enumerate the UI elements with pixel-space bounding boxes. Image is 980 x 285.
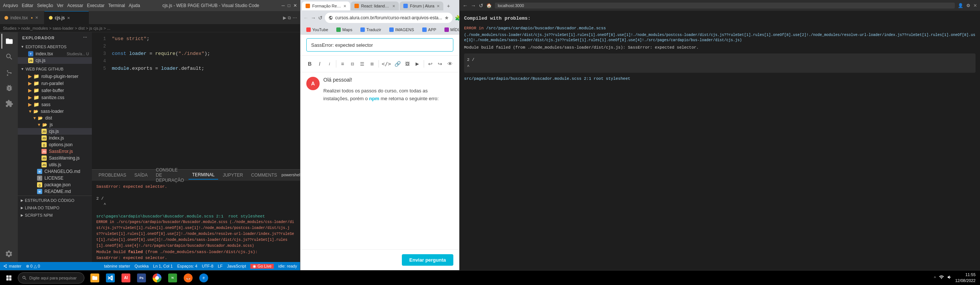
structure-section[interactable]: ▶ ESTRUTURA DO CÓDIGO <box>18 197 92 204</box>
panel-tab-jupyter[interactable]: JUPYTER <box>219 171 247 179</box>
file-license[interactable]: T LICENSE <box>18 175 92 181</box>
error-count[interactable]: ⊗ 0 △ 0 <box>26 264 40 269</box>
taskbar-app-ps[interactable]: Ps <box>134 271 149 285</box>
taskbar-app-vscode[interactable] <box>103 271 118 285</box>
file-readme[interactable]: M README.md <box>18 188 92 195</box>
browser-tab-formacao[interactable]: Formação Reac... ✕ <box>302 2 350 10</box>
folder-dist[interactable]: ▼ 📂 dist <box>18 115 92 121</box>
rp-back-btn[interactable]: ← <box>463 3 468 8</box>
tab-index-tsx[interactable]: index.tsx ● ✕ <box>0 11 45 24</box>
bookmark-imagens[interactable]: IMAGENS <box>386 27 417 33</box>
back-button[interactable]: ← <box>303 13 309 23</box>
rp-close-btn[interactable]: ✕ <box>973 3 977 8</box>
rp-forward-btn[interactable]: → <box>471 3 476 8</box>
folder-run-parallel[interactable]: ▶ 📁 run-parallel <box>18 80 92 87</box>
menu-terminal[interactable]: Terminal <box>108 3 125 8</box>
address-bar[interactable]: cursos.alura.com.br/forum/curso-react-ar… <box>325 13 453 23</box>
open-file-index-tsx[interactable]: T index.tsx Studies/a... U <box>18 50 92 57</box>
italic-button[interactable]: I <box>316 59 323 69</box>
bold-button[interactable]: B <box>306 59 313 69</box>
forward-button[interactable]: → <box>311 13 316 23</box>
run-icon[interactable]: ▶ <box>283 15 286 21</box>
tab-cjs-js[interactable]: cjs.js ✕ <box>45 11 89 24</box>
rp-refresh-btn[interactable]: ↺ <box>479 3 483 8</box>
npm-scripts-section[interactable]: ▶ SCRIPTS NPM <box>18 211 92 219</box>
link-button[interactable]: i <box>326 59 333 69</box>
activity-settings[interactable] <box>5 250 13 259</box>
menu-editar[interactable]: Editar <box>22 3 33 8</box>
activity-explorer[interactable] <box>2 34 16 49</box>
go-live[interactable]: ◉ Go Live <box>250 264 274 269</box>
file-options-json[interactable]: {} options.json <box>18 141 92 148</box>
file-utils-js[interactable]: JS utils.js <box>18 162 92 168</box>
git-branch[interactable]: master <box>3 264 21 268</box>
taskbar-app-explorer[interactable] <box>88 271 102 285</box>
spaces[interactable]: Espaços: 4 <box>177 264 197 268</box>
more-actions-icon[interactable]: ⋯ <box>293 15 297 21</box>
activity-source-control[interactable] <box>2 65 16 80</box>
browser-tab-forum[interactable]: Fórum | Alura ✕ <box>399 2 443 10</box>
close-btn[interactable]: ✕ <box>293 3 297 8</box>
menu-ajuda[interactable]: Ajuda <box>129 3 140 8</box>
table-button[interactable]: ⊞ <box>369 59 375 69</box>
menu-selecao[interactable]: Seleção <box>37 3 53 8</box>
editors-open-section[interactable]: ▼ EDITORES ABERTOS <box>18 43 92 50</box>
folder-sass[interactable]: ▶ 📁 sass <box>18 101 92 108</box>
folder-rollup[interactable]: ▶ 📁 rollup-plugin-terser <box>18 73 92 80</box>
vscode-menu[interactable]: Arquivo Editar Seleção Ver Acessar Execu… <box>3 3 140 8</box>
file-cjs-js[interactable]: JS cjs.js <box>18 128 92 135</box>
web-page-section[interactable]: ▼ WEB PAGE GITHUB <box>18 65 92 73</box>
bookmark-traduzir[interactable]: Traduzir <box>357 27 384 33</box>
file-sass-warning[interactable]: JS SassWarning.js <box>18 155 92 162</box>
panel-tab-comments[interactable]: COMMENTS <box>247 171 281 179</box>
folder-js[interactable]: ▼ 📂 js <box>18 121 92 128</box>
tab-close-cjs[interactable]: ✕ <box>67 16 70 20</box>
maximize-btn[interactable]: □ <box>288 3 290 8</box>
taskbar-app-edge[interactable]: e <box>196 271 211 285</box>
hyperlink-button[interactable]: 🔗 <box>394 59 401 69</box>
activity-search[interactable] <box>2 50 16 64</box>
browser-tab-close-formacao[interactable]: ✕ <box>343 4 346 8</box>
taskbar-app-ai[interactable]: AI <box>119 271 133 285</box>
tray-volume-icon[interactable] <box>947 275 952 281</box>
video-button[interactable]: ▶ <box>414 59 421 69</box>
tray-up-arrow[interactable]: ^ <box>934 276 936 280</box>
align-center-button[interactable]: ⊟ <box>349 59 356 69</box>
start-button[interactable] <box>2 271 16 285</box>
quokka-status[interactable]: Quokka <box>134 264 148 268</box>
forum-search-input[interactable] <box>306 38 453 51</box>
list-button[interactable]: ☰ <box>359 59 366 69</box>
panel-tab-saida[interactable]: SAÍDA <box>131 171 151 179</box>
explorer-menu-icon[interactable]: ⋯ <box>83 35 88 40</box>
browser-tab-close-react[interactable]: ✕ <box>392 4 395 8</box>
undo-button[interactable]: ↩ <box>427 59 434 69</box>
menu-acessar[interactable]: Acessar <box>67 3 83 8</box>
panel-tab-problems[interactable]: PROBLEMAS <box>95 171 130 179</box>
reload-button[interactable]: ↺ <box>318 13 323 23</box>
menu-executar[interactable]: Executar <box>87 3 105 8</box>
send-button[interactable]: Enviar pergunta <box>402 254 453 266</box>
file-index-js[interactable]: JS index.js <box>18 135 92 141</box>
tab-close-index[interactable]: ✕ <box>35 16 38 20</box>
activity-debug[interactable] <box>2 80 16 95</box>
eol[interactable]: LF <box>218 264 223 268</box>
split-editor-icon[interactable]: ⧉ <box>288 15 291 21</box>
folder-safer-buffer[interactable]: ▶ 📁 safer-buffer <box>18 87 92 94</box>
tray-clock[interactable]: 11:55 12/08/2022 <box>955 272 975 283</box>
language[interactable]: JavaScript <box>227 264 246 268</box>
timeline-section[interactable]: ▶ LINHA DO TEMPO <box>18 204 92 211</box>
bookmark-maps[interactable]: Maps <box>333 27 355 33</box>
minimize-btn[interactable]: ─ <box>282 3 285 8</box>
preview-button[interactable]: 👁 <box>446 59 453 69</box>
open-file-cjs-js[interactable]: JS cjs.js <box>18 57 92 64</box>
folder-sanitize[interactable]: ▶ 📁 sanitize.css <box>18 94 92 101</box>
file-package-json[interactable]: {} package.json <box>18 181 92 188</box>
menu-ver[interactable]: Ver <box>57 3 63 8</box>
align-left-button[interactable]: ≡ <box>339 59 346 69</box>
rp-home-btn[interactable]: 🏠 <box>486 3 492 8</box>
new-tab-button[interactable]: + <box>444 2 453 10</box>
redo-button[interactable]: ↪ <box>437 59 444 69</box>
bookmark-app[interactable]: APP <box>419 27 439 33</box>
code-editor[interactable]: 1 "use strict"; 2 3 const loader = requi… <box>92 32 300 169</box>
image-button[interactable]: 🖼 <box>404 59 411 69</box>
